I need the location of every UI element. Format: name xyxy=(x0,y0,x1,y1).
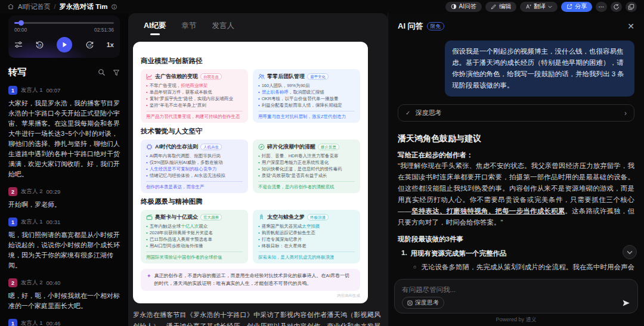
ai-qa-icon xyxy=(451,4,457,10)
card-bullet: 质疑“高效获取”是否真有益于成长 xyxy=(258,172,355,179)
card-bullet: 购置帆船追踪记录鲸鱼生态 xyxy=(258,229,355,236)
home-icon[interactable] xyxy=(7,3,14,10)
share-button[interactable]: 分享 xyxy=(561,2,592,12)
progress-track xyxy=(14,22,114,24)
card-footer: 探索未知，是人类对抗虚无的终极浪漫 xyxy=(258,252,355,260)
entry-header: 2 发言人 2 00:40 xyxy=(8,278,120,287)
qa-title: AI 问答 xyxy=(398,21,423,32)
speaker-name: 发言人 2 xyxy=(21,279,42,287)
summary-note: ✦ 真正的创作者，不是内容的搬运工，而是用生命经验对抗技术异化的叙事诗人。在AI… xyxy=(141,269,360,291)
ai-minutes-card: 商业模型与创新路径 去广告依赖的变现 自我造血 不靠广告变现，拒绝商业绑架 单品… xyxy=(133,42,368,303)
refresh-button[interactable] xyxy=(611,2,622,12)
svg-text:15: 15 xyxy=(88,43,91,46)
share-icon xyxy=(566,4,572,10)
time-row: 00:00 02:51:36 xyxy=(14,27,114,33)
card-bullet: OKR考核，以平台价值替代单一播放量 xyxy=(258,95,355,102)
player-controls: 15 15 1x xyxy=(14,37,114,52)
card-bullet: 情绪记忆与经验体验，AI永远无法模拟 xyxy=(146,172,243,179)
deep-think-toggle[interactable]: 深度思考 xyxy=(402,297,444,309)
answer-list-item: 1.用现有资源完成第一个完整作品 无论设备多简陋，先完成从策划到成片的全流程。我… xyxy=(398,249,634,275)
rewind-15-button[interactable]: 15 xyxy=(35,41,44,49)
scroll-to-bottom-button[interactable] xyxy=(623,245,637,259)
forward-15-icon: 15 xyxy=(85,41,94,49)
tab-chapters[interactable]: 章节 xyxy=(182,21,197,36)
elapsed-time: 00:00 xyxy=(14,27,27,33)
card-bullet: 不靠广告变现，拒绝商业绑架 xyxy=(146,82,243,89)
play-button[interactable] xyxy=(57,37,72,52)
ai-generated-watermark: 内容由AI生成 xyxy=(141,293,360,299)
card-title: 零零后团队管理 xyxy=(267,73,305,80)
card-grid: AI时代的生存法则 人机共生 AI两年内将取代调图、抠图等执行岗 仅5%团队能识… xyxy=(141,139,360,193)
float-window-button[interactable] xyxy=(626,2,637,12)
top-bar: AI听记首页 / 罗永浩对话 Tim AI问答 编辑 翻译 分享 xyxy=(0,0,644,13)
audio-settings-button[interactable] xyxy=(14,41,23,48)
transcript-title: 转写 xyxy=(8,67,91,78)
note-text: 真正的创作者，不是内容的搬运工，而是用生命经验对抗技术异化的叙事诗人。在AI席卷… xyxy=(154,272,354,287)
ai-qa-button[interactable]: AI问答 xyxy=(445,2,482,12)
main-content: 00:00 02:51:36 15 15 1x xyxy=(0,13,644,326)
tab-speakers[interactable]: 发言人 xyxy=(212,21,235,36)
entry-header: 1 发言人 1 00:31 xyxy=(8,218,120,226)
insight-card-team: 零零后团队管理 扁平文化 160人团队，99%为90后 禁止职务称呼，取消层级汇… xyxy=(253,69,360,123)
transcript-filter-button[interactable] xyxy=(113,69,120,76)
forward-15-button[interactable]: 15 xyxy=(85,41,94,49)
transcript-entry[interactable]: 1 发言人 1 00:31 呃，我们照例请的嘉宾都是从小时候开始说起的，说说你小… xyxy=(8,218,120,271)
card-title: 奥斯卡与十亿观众 xyxy=(155,213,198,221)
insight-card-space: 太空与鲸鱼之梦 终极浪漫 搭乘国产航天器完成太空拍摄 购置帆船追踪记录鲸鱼生态 … xyxy=(253,210,360,263)
speaker-badge: 2 xyxy=(8,278,17,287)
card-badge: 媒介反思 xyxy=(318,144,339,150)
card-title: AI时代的生存法则 xyxy=(155,143,198,151)
transcript-entry[interactable]: 1 发言人 1 00:07 大家好，我是罗永浩，我的播客节目罗永浩的十字路口今天… xyxy=(8,86,120,179)
transcript-entry[interactable]: 1 发言人 1 00:46 什么叫相对标准。 xyxy=(8,319,120,326)
card-bullet: 利益分配看贡献而非人情，保障长期稳定 xyxy=(258,102,355,108)
speaker-name: 发言人 2 xyxy=(21,188,42,195)
line-chart-icon xyxy=(146,73,153,80)
playback-speed-button[interactable]: 1x xyxy=(107,41,114,48)
edit-button[interactable]: 编辑 xyxy=(485,2,516,12)
card-footer: 不迎合流量，是内容创作者的清醒底线 xyxy=(258,181,355,190)
check-icon: ✓ xyxy=(405,110,410,116)
breadcrumb-root[interactable]: AI听记首页 xyxy=(18,2,50,11)
progress-bar[interactable] xyxy=(14,20,114,26)
card-title: 太空与鲸鱼之梦 xyxy=(267,213,305,221)
summary-tabs: AI纪要 章节 发言人 xyxy=(128,13,388,41)
question-input[interactable]: 有问题尽管问我... 深度思考 xyxy=(394,279,638,313)
card-badge: 宏大愿景 xyxy=(200,214,222,221)
filter-icon xyxy=(113,69,120,76)
sliders-icon xyxy=(14,41,23,48)
insight-card-oscar: 奥斯卡与十亿观众 宏大愿景 五年内触达全球十亿人次观众 2028年前获得奥斯卡短… xyxy=(141,210,248,263)
answer-salutation: 写给正在起步的创作者： xyxy=(398,151,634,160)
more-button[interactable]: ⋯ xyxy=(596,2,607,12)
translate-button[interactable]: 翻译 xyxy=(520,2,558,12)
deep-think-collapsed-row[interactable]: ✓ 深度思考 › xyxy=(398,104,634,122)
close-icon[interactable]: ✕ xyxy=(627,22,634,30)
speaker-badge: 1 xyxy=(8,86,17,95)
progress-handle[interactable] xyxy=(18,20,24,26)
card-footer: 用尊重与自主对抗科层制，激发Z世代创造力 xyxy=(258,111,355,120)
transcript-entry[interactable]: 2 发言人 2 00:29 开始啊，罗老师。 xyxy=(8,187,120,210)
card-bullet: AI两年内将取代调图、抠图等执行岗 xyxy=(146,153,243,159)
section-heading: 商业模型与创新路径 xyxy=(141,57,360,66)
send-button[interactable] xyxy=(622,299,630,307)
tab-ai-minutes[interactable]: AI纪要 xyxy=(144,21,166,36)
card-bullet: 用户深度思考能力正在系统性退化 xyxy=(258,159,355,166)
card-badge: 人机共生 xyxy=(200,144,222,150)
speaker-name: 发言人 1 xyxy=(21,319,42,326)
transcript-search-button[interactable] xyxy=(98,69,106,76)
card-title: 碎片化浪潮中的清醒 xyxy=(267,143,315,151)
info-icon[interactable] xyxy=(111,4,117,10)
team-icon xyxy=(258,73,265,80)
card-bullet: 复制“罗振宇先生”路径，实现内容反哺商业 xyxy=(146,95,243,102)
transcript-entry[interactable]: 2 发言人 2 00:40 嗯，好，呃，小时候我就在一个相对标准的一个家庭里面长… xyxy=(8,278,120,311)
card-bullet: 封面、音量、HDR卷入注意力军备竞赛 xyxy=(258,153,355,159)
entry-text: 嗯，好，呃，小时候我就在一个相对标准的一个家庭里面长大吧。 xyxy=(8,291,120,311)
entry-time: 00:40 xyxy=(46,280,60,286)
breadcrumb: AI听记首页 / 罗永浩对话 Tim xyxy=(7,2,117,11)
card-badge: 自我造血 xyxy=(200,73,222,80)
card-footer: 用产品力替代流量变现，构建可持续的创作生态 xyxy=(146,111,243,120)
answer-list-heading: 现阶段最该做的3件事 xyxy=(398,235,634,244)
transcript-sidebar: 00:00 02:51:36 15 15 1x xyxy=(0,13,128,326)
toolbar-actions: AI问答 编辑 翻译 分享 ⋯ xyxy=(445,2,637,12)
chevron-down-icon xyxy=(627,250,633,254)
star-icon: ✦ xyxy=(147,272,151,287)
